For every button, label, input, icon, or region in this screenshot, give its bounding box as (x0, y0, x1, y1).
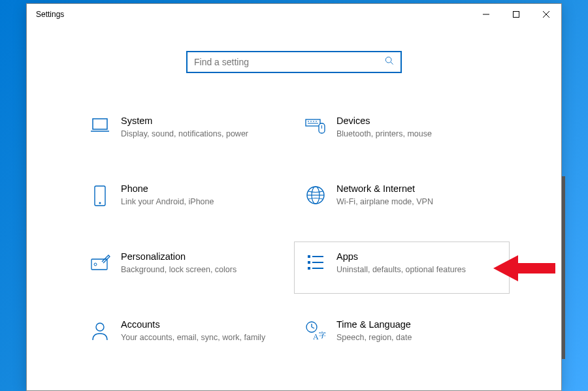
devices-icon (300, 116, 331, 136)
settings-grid: System Display, sound, notifications, po… (78, 106, 510, 362)
tile-system[interactable]: System Display, sound, notifications, po… (78, 106, 294, 158)
tile-phone[interactable]: Phone Link your Android, iPhone (78, 174, 294, 226)
svg-point-22 (94, 263, 97, 266)
paint-icon (84, 251, 116, 272)
minimize-button[interactable] (471, 4, 501, 25)
tile-sub: Bluetooth, printers, mouse (336, 129, 501, 140)
tile-personalization[interactable]: Personalization Background, lock screen,… (78, 242, 294, 294)
svg-rect-1 (514, 12, 519, 18)
tile-title: Devices (336, 116, 501, 126)
tile-title: System (121, 116, 286, 126)
phone-icon (84, 183, 116, 207)
titlebar[interactable]: Settings (27, 4, 561, 25)
maximize-button[interactable] (501, 4, 531, 25)
desktop-edge (562, 176, 565, 359)
tile-time-language[interactable]: A字 Time & Language Speech, region, date (294, 309, 510, 362)
tile-title: Time & Language (336, 319, 501, 330)
list-icon (300, 251, 331, 272)
svg-text:字: 字 (319, 331, 326, 339)
tile-sub: Link your Android, iPhone (121, 196, 286, 208)
svg-marker-35 (493, 255, 555, 281)
svg-line-5 (391, 62, 393, 65)
svg-rect-27 (308, 267, 310, 270)
tile-devices[interactable]: Devices Bluetooth, printers, mouse (294, 106, 510, 158)
search-input[interactable] (194, 57, 385, 67)
svg-point-17 (99, 202, 101, 204)
tile-sub: Uninstall, defaults, optional features (336, 264, 501, 275)
tile-sub: Display, sound, notifications, power (121, 129, 286, 140)
tile-sub: Your accounts, email, sync, work, family (121, 332, 286, 343)
tile-sub: Background, lock screen, colors (121, 264, 286, 275)
close-button[interactable] (531, 4, 561, 25)
svg-point-4 (385, 57, 391, 63)
svg-line-32 (312, 327, 314, 328)
search-icon (385, 56, 394, 68)
search-box[interactable] (186, 51, 402, 73)
svg-text:A: A (313, 332, 319, 341)
tile-sub: Wi-Fi, airplane mode, VPN (336, 196, 501, 208)
svg-rect-23 (308, 255, 310, 258)
window-controls (471, 4, 561, 25)
annotation-arrow-icon (493, 252, 559, 287)
svg-point-29 (96, 323, 104, 331)
tile-sub: Speech, region, date (336, 332, 501, 343)
svg-rect-6 (93, 119, 107, 129)
tile-title: Apps (336, 251, 501, 262)
tile-title: Accounts (121, 319, 286, 330)
globe-icon (300, 183, 331, 206)
tile-accounts[interactable]: Accounts Your accounts, email, sync, wor… (78, 309, 294, 362)
tile-title: Phone (121, 183, 286, 194)
window-title: Settings (36, 10, 64, 19)
content-area: System Display, sound, notifications, po… (27, 25, 561, 362)
settings-window: Settings Sys (26, 3, 562, 391)
tile-apps[interactable]: Apps Uninstall, defaults, optional featu… (294, 242, 510, 294)
tile-title: Network & Internet (336, 183, 501, 194)
person-icon (84, 319, 116, 341)
laptop-icon (84, 116, 116, 135)
tile-title: Personalization (121, 251, 286, 262)
tile-network[interactable]: Network & Internet Wi-Fi, airplane mode,… (294, 174, 510, 226)
time-language-icon: A字 (300, 319, 331, 341)
svg-rect-8 (306, 119, 320, 126)
svg-rect-25 (308, 261, 310, 264)
